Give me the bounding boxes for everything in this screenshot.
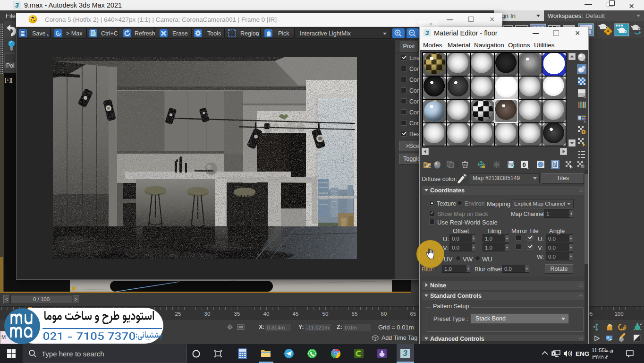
svg-text:0: 0: [523, 161, 526, 168]
